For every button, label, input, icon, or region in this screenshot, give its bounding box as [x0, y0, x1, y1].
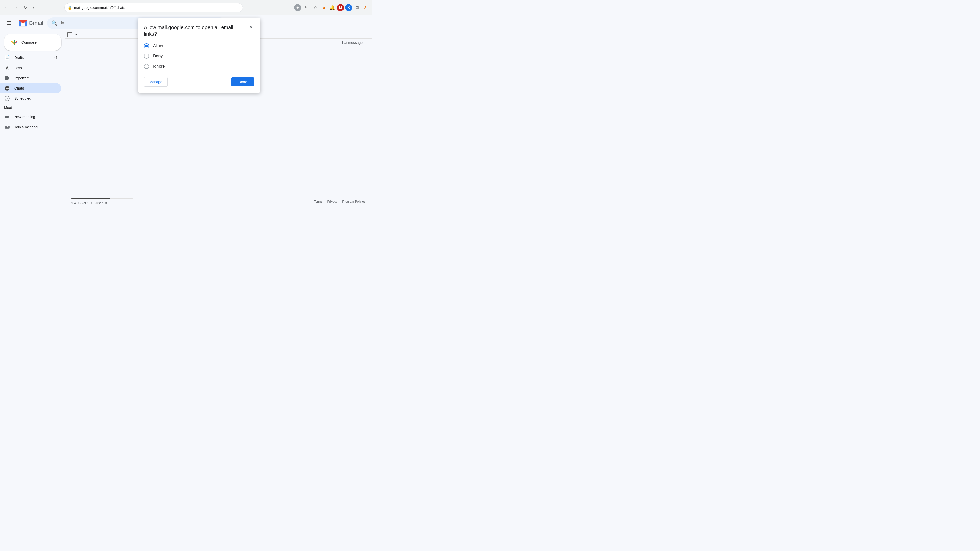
radio-option-allow[interactable]: Allow: [144, 43, 254, 48]
email-links-dialog: Allow mail.google.com to open all email …: [138, 18, 260, 93]
dialog-overlay: Allow mail.google.com to open all email …: [0, 0, 372, 208]
radio-option-deny[interactable]: Deny: [144, 54, 254, 59]
radio-deny-circle: [144, 54, 149, 59]
radio-allow-circle: [144, 43, 149, 48]
radio-ignore-circle: [144, 64, 149, 69]
done-button[interactable]: Done: [231, 77, 254, 86]
radio-ignore-label: Ignore: [153, 64, 165, 68]
dialog-header: Allow mail.google.com to open all email …: [144, 24, 254, 37]
dialog-close-button[interactable]: ×: [248, 24, 254, 30]
radio-group: Allow Deny Ignore: [144, 43, 254, 69]
dialog-actions: Manage Done: [144, 77, 254, 87]
dialog-title: Allow mail.google.com to open all email …: [144, 24, 248, 37]
radio-deny-label: Deny: [153, 54, 162, 59]
radio-allow-label: Allow: [153, 44, 163, 48]
manage-button[interactable]: Manage: [144, 77, 168, 87]
radio-option-ignore[interactable]: Ignore: [144, 64, 254, 69]
